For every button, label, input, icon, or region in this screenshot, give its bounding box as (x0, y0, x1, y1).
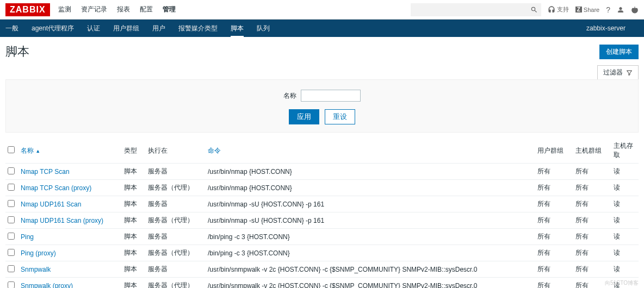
script-name-link[interactable]: Nmap UDP161 Scan (proxy) (21, 217, 103, 224)
cell-hostgroup: 所有 (573, 212, 611, 229)
cell-hostgroup: 所有 (573, 164, 611, 180)
search-icon[interactable] (530, 6, 538, 14)
row-checkbox[interactable] (8, 281, 15, 289)
cell-usergroup: 所有 (535, 164, 573, 180)
topbar-right: 支持 Z Share ? (411, 3, 639, 16)
support-link[interactable]: 支持 (548, 5, 569, 14)
cell-usergroup: 所有 (535, 212, 573, 229)
cell-type: 脚本 (122, 278, 146, 289)
row-checkbox[interactable] (8, 167, 15, 174)
cell-cmd: /usr/bin/snmpwalk -v 2c {HOST.CONN} -c {… (206, 261, 535, 278)
cell-exec: 服务器 (146, 229, 206, 245)
watermark: 向51CTO博客 (605, 279, 639, 287)
cell-cmd: /usr/bin/snmpwalk -v 2c {HOST.CONN} -c {… (206, 278, 535, 289)
cell-hostgroup: 所有 (573, 261, 611, 278)
sub-nav-item[interactable]: 用户 (152, 20, 165, 37)
cell-cmd: /usr/bin/nmap {HOST.CONN} (206, 180, 535, 196)
row-checkbox[interactable] (8, 265, 15, 272)
script-name-link[interactable]: Snmpwalk (proxy) (21, 282, 73, 289)
sub-nav-item[interactable]: agent代理程序 (32, 20, 74, 37)
sub-nav-item[interactable]: 脚本 (231, 20, 244, 37)
table-row: Nmap TCP Scan脚本服务器/usr/bin/nmap {HOST.CO… (5, 164, 639, 180)
select-all-checkbox[interactable] (8, 146, 15, 153)
filter-name-label: 名称 (283, 91, 296, 101)
cell-hostgroup: 所有 (573, 245, 611, 261)
script-name-link[interactable]: Snmpwalk (21, 266, 51, 273)
filter-name-input[interactable] (301, 90, 361, 102)
cell-exec: 服务器（代理） (146, 245, 206, 261)
sub-nav-item[interactable]: 队列 (257, 20, 270, 37)
cell-cmd: /usr/bin/nmap -sU {HOST.CONN} -p 161 (206, 196, 535, 212)
cell-type: 脚本 (122, 229, 146, 245)
table-row: Nmap TCP Scan (proxy)脚本服务器（代理）/usr/bin/n… (5, 180, 639, 196)
page-title: 脚本 (5, 43, 29, 60)
col-exec-header: 执行在 (146, 138, 206, 164)
cell-hostgroup: 所有 (573, 229, 611, 245)
cell-hostaccess: 读 (611, 229, 639, 245)
global-search[interactable] (411, 3, 541, 16)
row-checkbox[interactable] (8, 233, 15, 240)
table-row: Nmap UDP161 Scan脚本服务器/usr/bin/nmap -sU {… (5, 196, 639, 212)
sub-nav-item[interactable]: 一般 (5, 20, 18, 37)
main-nav-item[interactable]: 管理 (163, 5, 176, 14)
row-checkbox[interactable] (8, 249, 15, 256)
reset-button[interactable]: 重设 (325, 109, 355, 124)
cell-hostaccess: 读 (611, 245, 639, 261)
scripts-table: 名称 ▲ 类型 执行在 命令 用户群组 主机群组 主机存取 Nmap TCP S… (5, 138, 639, 288)
power-icon (631, 6, 639, 14)
script-name-link[interactable]: Ping (21, 233, 34, 241)
user-link[interactable] (617, 6, 624, 14)
script-name-link[interactable]: Nmap TCP Scan (proxy) (21, 184, 91, 192)
script-name-link[interactable]: Ping (proxy) (21, 249, 56, 257)
script-name-link[interactable]: Nmap TCP Scan (21, 168, 70, 176)
main-nav-item[interactable]: 监测 (58, 5, 71, 14)
cell-type: 脚本 (122, 261, 146, 278)
headset-icon (548, 6, 555, 14)
sub-nav-item[interactable]: 报警媒介类型 (178, 20, 218, 37)
col-cmd-header[interactable]: 命令 (208, 147, 221, 154)
main-nav-item[interactable]: 资产记录 (81, 5, 107, 14)
table-header-row: 名称 ▲ 类型 执行在 命令 用户群组 主机群组 主机存取 (5, 138, 639, 164)
cell-hostgroup: 所有 (573, 180, 611, 196)
row-checkbox[interactable] (8, 184, 15, 191)
cell-exec: 服务器 (146, 196, 206, 212)
cell-usergroup: 所有 (535, 261, 573, 278)
cell-usergroup: 所有 (535, 180, 573, 196)
user-icon (617, 6, 624, 14)
page-header: 脚本 创建脚本 (0, 37, 644, 65)
row-checkbox[interactable] (8, 200, 15, 207)
filter-buttons: 应用 重设 (6, 109, 638, 124)
logout-link[interactable] (631, 6, 639, 14)
cell-exec: 服务器（代理） (146, 212, 206, 229)
cell-usergroup: 所有 (535, 196, 573, 212)
sub-nav-item[interactable]: 用户群组 (113, 20, 139, 37)
apply-button[interactable]: 应用 (289, 109, 319, 124)
search-input[interactable] (414, 6, 530, 14)
sort-asc-icon: ▲ (35, 148, 40, 154)
main-nav-item[interactable]: 报表 (117, 5, 130, 14)
table-row: Snmpwalk (proxy)脚本服务器（代理）/usr/bin/snmpwa… (5, 278, 639, 289)
cell-cmd: /usr/bin/nmap {HOST.CONN} (206, 164, 535, 180)
help-link[interactable]: ? (606, 5, 610, 14)
share-link[interactable]: Z Share (575, 7, 599, 13)
create-script-button[interactable]: 创建脚本 (599, 45, 639, 59)
scripts-table-wrap: 名称 ▲ 类型 执行在 命令 用户群组 主机群组 主机存取 Nmap TCP S… (0, 138, 644, 288)
brand-logo[interactable]: ZABBIX (5, 3, 50, 16)
col-name-header[interactable]: 名称 ▲ (21, 147, 40, 154)
cell-type: 脚本 (122, 164, 146, 180)
cell-type: 脚本 (122, 245, 146, 261)
cell-hostaccess: 读 (611, 212, 639, 229)
table-row: Nmap UDP161 Scan (proxy)脚本服务器（代理）/usr/bi… (5, 212, 639, 229)
cell-exec: 服务器 (146, 164, 206, 180)
main-nav-item[interactable]: 配置 (140, 5, 153, 14)
cell-hostaccess: 读 (611, 196, 639, 212)
script-name-link[interactable]: Nmap UDP161 Scan (21, 201, 81, 208)
cell-type: 脚本 (122, 196, 146, 212)
row-checkbox[interactable] (8, 216, 15, 223)
share-label: Share (584, 7, 599, 13)
sub-nav-item[interactable]: 认证 (87, 20, 100, 37)
filter-tab-row: 过滤器 (0, 65, 644, 79)
filter-tab[interactable]: 过滤器 (597, 65, 639, 79)
filter-tab-label: 过滤器 (603, 68, 623, 77)
cell-hostaccess: 读 (611, 180, 639, 196)
